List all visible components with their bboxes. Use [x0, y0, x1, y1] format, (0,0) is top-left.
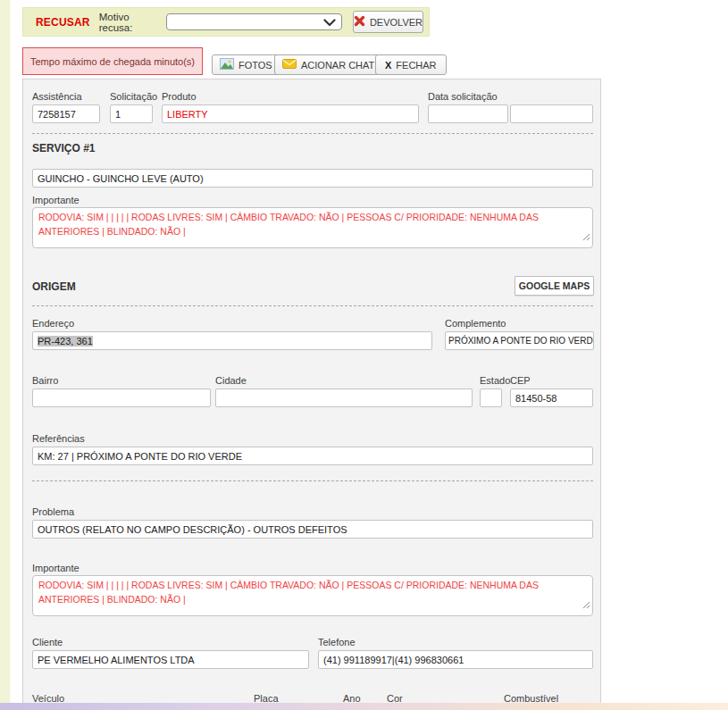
importante-label-1: Importante [32, 195, 79, 205]
left-margin-strip [0, 0, 11, 703]
tempo-maximo-label: Tempo máximo de chegada minuto(s) [30, 56, 195, 67]
photo-icon [220, 58, 234, 71]
google-maps-button-label: GOOGLE MAPS [519, 280, 590, 291]
motivo-recusa-label: Motivo recusa: [99, 12, 160, 33]
fotos-button[interactable]: FOTOS [212, 54, 280, 75]
problema-label: Problema [32, 506, 74, 517]
servico-field[interactable]: GUINCHO - GUINCHO LEVE (AUTO) [32, 169, 593, 188]
resize-grip-icon[interactable] [582, 599, 590, 614]
section-divider [32, 480, 593, 481]
red-x-icon [354, 15, 365, 29]
data-solicitacao-field-1[interactable] [428, 104, 508, 123]
data-solicitacao-field-2[interactable] [510, 104, 593, 123]
fotos-button-label: FOTOS [238, 60, 272, 71]
importante-textarea-2[interactable]: RODOVIA: SIM | | | | | RODAS LIVRES: SIM… [32, 575, 593, 616]
tempo-maximo-box: Tempo máximo de chegada minuto(s) [22, 47, 203, 75]
acionar-chat-button-label: ACIONAR CHAT [301, 60, 374, 71]
complemento-label: Complemento [445, 318, 506, 329]
chevron-down-icon [323, 14, 336, 30]
referencias-field[interactable]: KM: 27 | PRÓXIMO A PONTE DO RIO VERDE [32, 447, 593, 465]
assistencia-field[interactable]: 7258157 [32, 104, 100, 123]
produto-label: Produto [162, 91, 197, 102]
servico-heading: SERVIÇO #1 [32, 142, 95, 155]
fechar-button-label: FECHAR [396, 60, 436, 71]
endereco-selected-text: PR-423, 361 [38, 336, 93, 347]
cliente-field[interactable]: PE VERMELHO ALIMENTOS LTDA [32, 650, 309, 669]
cidade-label: Cidade [215, 375, 247, 386]
devolver-button[interactable]: DEVOLVER [353, 11, 423, 33]
endereco-field[interactable]: PR-423, 361 [32, 331, 432, 350]
resize-grip-icon[interactable] [582, 231, 590, 246]
cep-field[interactable]: 81450-58 [510, 388, 593, 407]
devolver-button-label: DEVOLVER [370, 17, 423, 28]
bairro-label: Bairro [32, 375, 58, 386]
order-details-panel: Assistência 7258157 Solicitação 1 Produt… [22, 79, 601, 710]
assistance-order-window: RECUSAR Motivo recusa: DEVOLVER Tempo má… [0, 0, 728, 710]
recusar-label: RECUSAR [36, 16, 90, 29]
bairro-field[interactable] [32, 388, 211, 407]
fechar-button[interactable]: X FECHAR [375, 54, 447, 75]
cep-label: CEP [510, 375, 531, 386]
section-divider [32, 305, 593, 306]
cliente-label: Cliente [32, 637, 63, 647]
assistencia-label: Assistência [32, 91, 82, 102]
importante-text-2: RODOVIA: SIM | | | | | RODAS LIVRES: SIM… [38, 580, 539, 605]
telefone-field[interactable]: (41) 991189917|(41) 996830661 [318, 650, 593, 669]
acionar-chat-button[interactable]: ACIONAR CHAT [274, 54, 382, 75]
recusar-bar: RECUSAR Motivo recusa: DEVOLVER [22, 7, 430, 37]
produto-field[interactable]: LIBERTY [162, 104, 419, 123]
data-solicitacao-label: Data solicitação [428, 91, 498, 102]
telefone-label: Telefone [318, 637, 356, 647]
envelope-icon [282, 59, 297, 71]
section-divider [32, 133, 593, 134]
origem-heading: ORIGEM [32, 280, 76, 293]
solicitacao-field[interactable]: 1 [110, 104, 153, 123]
motivo-recusa-select[interactable] [166, 13, 342, 30]
close-x-icon: X [385, 60, 391, 71]
importante-textarea-1[interactable]: RODOVIA: SIM | | | | | RODAS LIVRES: SIM… [32, 207, 593, 248]
cidade-field[interactable] [215, 388, 473, 407]
background-window-edge [0, 703, 728, 710]
solicitacao-label: Solicitação [110, 91, 157, 102]
google-maps-button[interactable]: GOOGLE MAPS [515, 276, 594, 296]
importante-text-1: RODOVIA: SIM | | | | | RODAS LIVRES: SIM… [38, 212, 539, 237]
estado-field[interactable] [480, 388, 502, 407]
problema-field[interactable]: OUTROS (RELATO NO CAMPO DESCRIÇÃO) - OUT… [32, 520, 593, 539]
estado-label: Estado [480, 375, 510, 386]
complemento-field[interactable]: PRÓXIMO A PONTE DO RIO VERDE [445, 331, 594, 350]
endereco-label: Endereço [32, 318, 74, 329]
importante-label-2: Importante [32, 563, 79, 573]
referencias-label: Referências [32, 433, 85, 444]
